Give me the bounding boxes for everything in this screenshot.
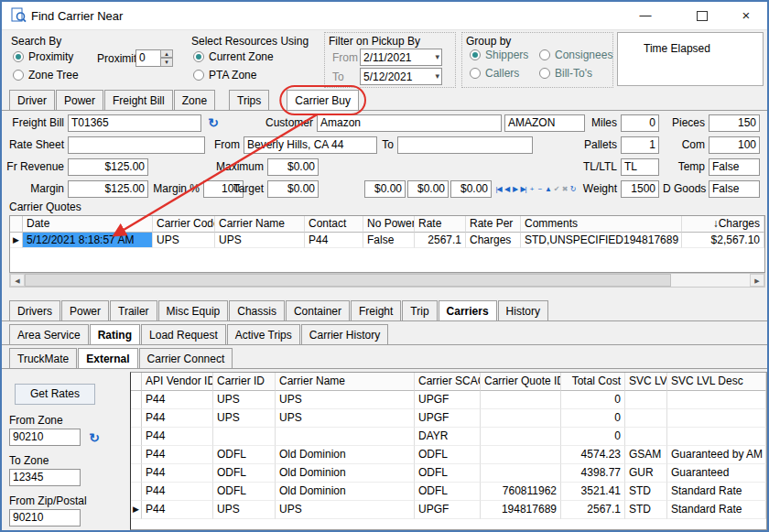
tab-trip[interactable]: Trip — [402, 300, 437, 320]
amount2-input[interactable]: $0.00 — [407, 180, 449, 198]
from-zone-input[interactable]: 90210 — [9, 429, 81, 446]
cell[interactable]: ODFL — [213, 483, 276, 501]
customer-code-input[interactable]: AMAZON — [504, 114, 585, 132]
cell[interactable]: UPS — [215, 233, 305, 248]
to-input[interactable] — [397, 136, 533, 154]
amount3-input[interactable]: $0.00 — [450, 180, 492, 198]
tab-misc-equip[interactable]: Misc Equip — [158, 300, 229, 320]
cell[interactable]: ODFL — [415, 464, 481, 483]
cell[interactable]: ODFL — [415, 446, 481, 464]
target-input[interactable]: $0.00 — [267, 180, 319, 198]
cell[interactable]: P44 — [142, 428, 213, 446]
cell[interactable]: Charges — [466, 233, 521, 248]
miles-input[interactable]: 0 — [621, 114, 659, 132]
nav-next-button[interactable]: ▶ — [511, 181, 519, 197]
cell[interactable]: ODFL — [415, 483, 481, 501]
quotes-h-scrollbar[interactable]: ◀ ▶ — [9, 273, 765, 288]
cell[interactable] — [667, 428, 766, 446]
column-header-contact[interactable]: Contact — [305, 216, 363, 233]
tab-power[interactable]: Power — [61, 300, 109, 320]
column-header-no-power[interactable]: No Power — [363, 216, 415, 233]
column-header-comments[interactable]: Comments — [521, 216, 682, 233]
rate-row[interactable]: P44UPSUPSUPGF0 — [131, 391, 766, 409]
search-by-radio-proximity[interactable]: Proximity — [13, 48, 79, 66]
group-by-radio-callers[interactable]: Callers — [470, 64, 537, 82]
cell[interactable]: 194817689 — [481, 501, 561, 519]
subtab-carrier-history[interactable]: Carrier History — [301, 324, 388, 344]
subtab-load-request[interactable]: Load Request — [141, 324, 226, 344]
cell[interactable]: UPS — [153, 233, 215, 248]
column-header-carrier-quote-id[interactable]: Carrier Quote ID — [481, 373, 561, 391]
subtab-rating[interactable]: Rating — [90, 324, 140, 344]
scroll-thumb[interactable] — [25, 274, 671, 287]
nav-insert-button[interactable]: + — [527, 181, 536, 197]
from-date-combo[interactable]: 2/11/2021 ▾ — [360, 49, 442, 66]
cell[interactable]: STD,UNSPECIFIED194817689 — [521, 233, 682, 248]
cell[interactable]: 4398.77 — [561, 464, 625, 483]
from-input[interactable]: Beverly Hills, CA 44 — [244, 136, 377, 154]
from-zone-refresh-button[interactable]: ↻ — [86, 429, 103, 446]
tab-freight[interactable]: Freight — [351, 300, 401, 320]
cell[interactable]: UPGF — [415, 409, 481, 428]
top-tab-freight-bill[interactable]: Freight Bill — [104, 90, 173, 110]
tab-carriers[interactable]: Carriers — [439, 300, 497, 320]
cell[interactable] — [625, 391, 667, 409]
cell[interactable]: 760811962 — [481, 483, 561, 501]
cell[interactable]: 0 — [561, 391, 625, 409]
com-input[interactable]: 100 — [709, 136, 760, 154]
cell[interactable]: UPS — [213, 409, 276, 428]
cell[interactable]: UPGF — [415, 501, 481, 519]
resources-radio-current-zone[interactable]: Current Zone — [193, 48, 274, 66]
tab-history[interactable]: History — [498, 300, 548, 320]
pieces-input[interactable]: 150 — [709, 114, 760, 132]
column-header-carrier-scac[interactable]: Carrier SCAC — [415, 373, 481, 391]
cell[interactable]: Guaranteed — [667, 464, 766, 483]
subsubtab-external[interactable]: External — [78, 348, 137, 368]
cell[interactable]: 3521.41 — [561, 483, 625, 501]
cell[interactable]: ODFL — [213, 446, 276, 464]
column-header-svc-lvl[interactable]: SVC LVL — [625, 373, 667, 391]
cell[interactable] — [625, 428, 667, 446]
tab-container[interactable]: Container — [286, 300, 350, 320]
rate-row[interactable]: P44ODFLOld DominionODFL4398.77GURGuarant… — [131, 464, 766, 483]
get-rates-button[interactable]: Get Rates — [15, 384, 95, 405]
nav-edit-button[interactable]: ▲ — [544, 181, 552, 197]
scroll-right-button[interactable]: ▶ — [750, 274, 764, 287]
dropdown-icon[interactable]: ▾ — [435, 71, 439, 81]
maximize-button[interactable] — [688, 5, 716, 26]
cell[interactable]: UPGF — [415, 391, 481, 409]
fr-revenue-input[interactable]: $125.00 — [68, 158, 148, 176]
cell[interactable]: P44 — [142, 483, 213, 501]
cell[interactable]: Old Dominion — [276, 446, 415, 464]
group-by-radio-bill-to-s[interactable]: Bill-To's — [539, 64, 612, 82]
rate-row[interactable]: P44ODFLOld DominionODFL4574.23GSAMGuaran… — [131, 446, 766, 464]
rate-row[interactable]: P44DAYR0 — [131, 428, 766, 446]
to-date-combo[interactable]: 5/12/2021 ▾ — [360, 68, 442, 85]
cell[interactable]: 2567.1 — [415, 233, 466, 248]
rate-row[interactable]: ▶P44UPSUPSUPGF1948176892567.1STDStandard… — [131, 501, 766, 519]
nav-post-button[interactable]: ✔ — [552, 181, 560, 197]
subsubtab-carrier-connect[interactable]: Carrier Connect — [139, 348, 233, 368]
dropdown-icon[interactable]: ▾ — [435, 52, 439, 61]
rate-row[interactable]: P44UPSUPSUPGF0 — [131, 409, 766, 428]
nav-first-button[interactable]: |◀ — [494, 181, 503, 197]
cell[interactable] — [481, 446, 561, 464]
cell[interactable]: ODFL — [213, 464, 276, 483]
cell[interactable]: False — [363, 233, 415, 248]
top-tab-carrier-buy[interactable]: Carrier Buy — [287, 90, 359, 110]
titlebar[interactable]: Find Carrier Near — × — [2, 2, 767, 30]
scroll-left-button[interactable]: ◀ — [10, 274, 25, 287]
column-header-api-vendor-id[interactable]: API Vendor ID — [142, 373, 213, 391]
cell[interactable]: 0 — [561, 428, 625, 446]
tab-drivers[interactable]: Drivers — [9, 300, 60, 320]
nav-last-button[interactable]: ▶| — [519, 181, 527, 197]
cell[interactable]: GSAM — [625, 446, 667, 464]
column-header-rate-per[interactable]: Rate Per — [466, 216, 521, 233]
cell[interactable]: Old Dominion — [276, 464, 415, 483]
group-by-radio-consignees[interactable]: Consignees — [539, 46, 612, 64]
cell[interactable]: 5/12/2021 8:18:57 AM — [23, 233, 153, 248]
cell[interactable]: UPS — [276, 409, 415, 428]
subsubtab-truckmate[interactable]: TruckMate — [9, 348, 77, 368]
top-tab-power[interactable]: Power — [56, 90, 103, 110]
maximum-input[interactable]: $0.00 — [267, 158, 319, 176]
